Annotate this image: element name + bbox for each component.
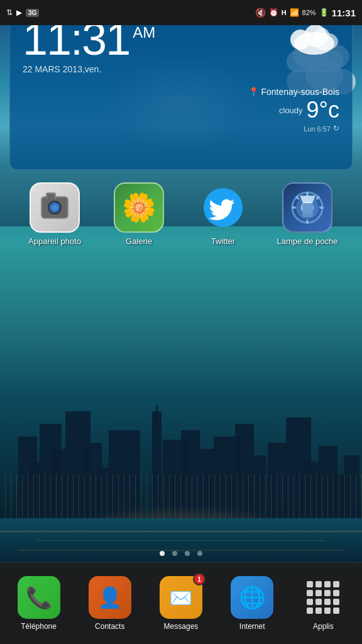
widget-update-time: Lun 6:57 <box>304 125 331 133</box>
widget-ampm: AM <box>133 24 155 42</box>
dock-internet[interactable]: 🌐 Internet <box>221 576 283 631</box>
page-dot-1[interactable] <box>160 551 165 556</box>
svg-rect-10 <box>292 206 296 209</box>
internet-icon: 🌐 <box>231 576 273 619</box>
dock-contacts-label: Contacts <box>95 622 124 631</box>
usb-icon: ⇅ <box>6 8 13 17</box>
app-twitter[interactable]: Twitter <box>189 182 258 247</box>
messages-badge: 1 <box>193 573 206 586</box>
signal-bars: 📶 <box>290 8 299 17</box>
weather-icon <box>283 19 339 60</box>
flashlight-icon <box>282 182 332 233</box>
app-camera[interactable]: Appareil photo <box>20 182 89 247</box>
twitter-icon <box>198 182 248 233</box>
dock-phone[interactable]: 📞 Téléphone <box>8 576 70 631</box>
weather-widget[interactable]: 11:31 AM 22 MARS 2013,ven. 📍 <box>9 6 353 170</box>
dock-messages[interactable]: ✉️ 1 Messages <box>150 576 212 631</box>
page-dots <box>0 551 362 556</box>
page-dot-3[interactable] <box>185 551 190 556</box>
dock: 📞 Téléphone 👤 Contacts ✉️ 1 Messages 🌐 I… <box>0 562 362 644</box>
app-gallery-label: Galerie <box>126 236 152 247</box>
widget-condition: cloudy <box>279 106 303 115</box>
battery-percent: 82% <box>302 9 316 16</box>
alarm-icon: ⏰ <box>269 8 278 17</box>
refresh-icon: ↻ <box>333 124 339 133</box>
page-dot-4[interactable] <box>197 551 202 556</box>
dock-internet-label: Internet <box>239 622 265 631</box>
svg-rect-11 <box>319 206 324 209</box>
svg-rect-12 <box>295 195 300 200</box>
messages-icon: ✉️ 1 <box>160 576 202 619</box>
svg-rect-9 <box>306 219 309 224</box>
widget-temp: 9°c <box>307 97 339 123</box>
camera-icon <box>30 182 80 233</box>
app-gallery[interactable]: 🌼 Galerie <box>104 182 173 247</box>
location-pin-icon: 📍 <box>248 87 259 97</box>
dock-messages-label: Messages <box>164 622 199 631</box>
mute-icon: 🔇 <box>255 8 266 18</box>
battery-icon: 🔋 <box>319 8 329 17</box>
play-icon: ▶ <box>16 8 22 17</box>
gallery-icon: 🌼 <box>114 182 164 233</box>
contacts-icon: 👤 <box>89 576 131 619</box>
dock-contacts[interactable]: 👤 Contacts <box>79 576 141 631</box>
svg-point-4 <box>314 28 329 43</box>
svg-rect-14 <box>302 203 313 217</box>
page-dot-2[interactable] <box>172 551 177 556</box>
dock-apps[interactable]: Applis <box>292 576 354 631</box>
signal-icon: H <box>282 9 287 16</box>
widget-location: Fontenay-sous-Bois <box>261 87 339 97</box>
status-bar: ⇅ ▶ 3G 🔇 ⏰ H 📶 82% 🔋 11:31 <box>0 0 362 25</box>
apps-row: Appareil photo 🌼 Galerie Twitter <box>0 182 362 247</box>
apps-grid-icon <box>302 576 344 619</box>
network-badge: 3G <box>26 9 39 17</box>
app-flashlight[interactable]: Lampe de poche <box>273 182 342 247</box>
app-camera-label: Appareil photo <box>28 236 81 247</box>
app-flashlight-label: Lampe de poche <box>277 236 338 247</box>
svg-rect-8 <box>306 192 309 196</box>
dock-phone-label: Téléphone <box>21 622 57 631</box>
dock-apps-label: Applis <box>313 622 334 631</box>
app-twitter-label: Twitter <box>211 236 235 247</box>
status-time: 11:31 <box>332 8 356 18</box>
widget-date: 22 MARS 2013,ven. <box>23 64 155 74</box>
phone-icon: 📞 <box>18 576 60 619</box>
